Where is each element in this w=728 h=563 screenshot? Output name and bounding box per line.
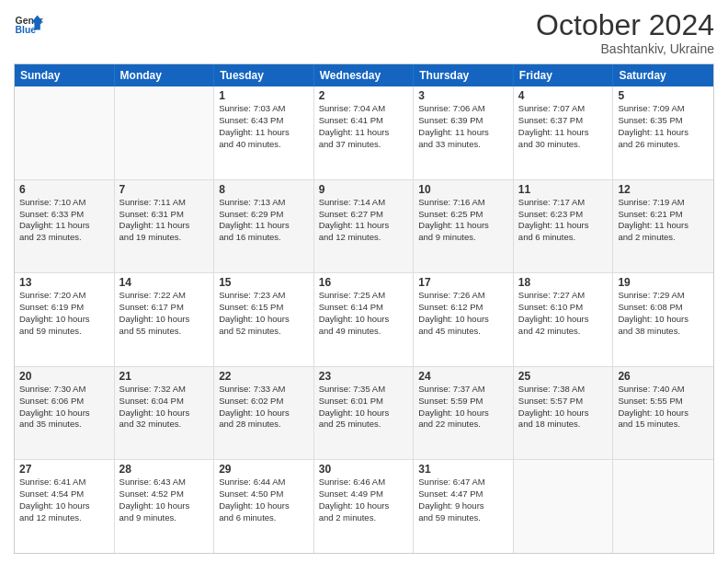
cell-line: Daylight: 10 hours <box>518 314 609 326</box>
cell-line: Daylight: 10 hours <box>618 314 709 326</box>
cell-line: Sunset: 5:59 PM <box>418 396 508 408</box>
calendar-cell: 17Sunrise: 7:26 AMSunset: 6:12 PMDayligh… <box>414 273 514 366</box>
cell-line: Sunrise: 7:22 AM <box>119 290 210 302</box>
header-day-saturday: Saturday <box>613 64 713 86</box>
cell-line: Sunset: 6:29 PM <box>219 209 309 221</box>
cell-line: and 42 minutes. <box>518 326 609 338</box>
day-number: 2 <box>319 89 409 102</box>
day-number: 1 <box>219 89 309 102</box>
calendar-row-5: 27Sunrise: 6:41 AMSunset: 4:54 PMDayligh… <box>15 459 713 553</box>
cell-line: Sunset: 4:52 PM <box>119 488 210 500</box>
cell-line: Sunset: 4:47 PM <box>418 488 508 500</box>
calendar-cell: 7Sunrise: 7:11 AMSunset: 6:31 PMDaylight… <box>115 180 215 273</box>
cell-line: Daylight: 11 hours <box>618 127 709 139</box>
calendar-body: 1Sunrise: 7:03 AMSunset: 6:43 PMDaylight… <box>15 86 713 553</box>
logo-icon: General Blue <box>14 9 43 39</box>
main-title: October 2024 <box>536 9 714 41</box>
cell-line: Sunrise: 7:26 AM <box>418 290 508 302</box>
calendar-cell <box>613 460 713 553</box>
cell-line: and 19 minutes. <box>119 232 210 244</box>
cell-line: Sunset: 6:10 PM <box>518 302 609 314</box>
calendar-cell: 14Sunrise: 7:22 AMSunset: 6:17 PMDayligh… <box>115 273 215 366</box>
cell-line: Sunset: 4:54 PM <box>19 488 109 500</box>
cell-line: Sunrise: 7:40 AM <box>618 384 709 396</box>
cell-line: and 35 minutes. <box>19 419 109 431</box>
calendar-cell: 3Sunrise: 7:06 AMSunset: 6:39 PMDaylight… <box>414 86 514 179</box>
cell-line: and 59 minutes. <box>19 326 109 338</box>
cell-line: Sunset: 6:43 PM <box>219 115 309 127</box>
cell-line: Sunset: 6:08 PM <box>618 302 709 314</box>
cell-line: and 22 minutes. <box>418 419 508 431</box>
cell-line: Sunrise: 7:37 AM <box>418 384 508 396</box>
cell-line: Sunset: 6:37 PM <box>518 115 609 127</box>
day-number: 13 <box>19 276 109 289</box>
calendar-cell: 31Sunrise: 6:47 AMSunset: 4:47 PMDayligh… <box>414 460 514 553</box>
page: General Blue October 2024 Bashtankiv, Uk… <box>0 0 728 563</box>
day-number: 17 <box>418 276 508 289</box>
cell-line: Daylight: 10 hours <box>319 408 409 419</box>
cell-line: Sunrise: 6:43 AM <box>119 477 210 488</box>
cell-line: Sunset: 6:14 PM <box>319 302 409 314</box>
day-number: 20 <box>19 370 109 383</box>
cell-line: Sunrise: 7:14 AM <box>319 197 409 209</box>
cell-line: Daylight: 11 hours <box>518 220 609 232</box>
cell-line: Sunrise: 7:32 AM <box>119 384 210 396</box>
calendar-cell: 10Sunrise: 7:16 AMSunset: 6:25 PMDayligh… <box>414 180 514 273</box>
day-number: 22 <box>219 370 309 383</box>
day-number: 19 <box>618 276 709 289</box>
cell-line: and 38 minutes. <box>618 326 709 338</box>
cell-line: Daylight: 11 hours <box>319 220 409 232</box>
cell-line: and 49 minutes. <box>319 326 409 338</box>
cell-line: Daylight: 10 hours <box>319 500 409 512</box>
cell-line: Daylight: 10 hours <box>119 314 210 326</box>
cell-line: and 6 minutes. <box>219 512 309 524</box>
calendar-cell: 9Sunrise: 7:14 AMSunset: 6:27 PMDaylight… <box>314 180 415 273</box>
cell-line: Daylight: 10 hours <box>319 314 409 326</box>
calendar-cell: 28Sunrise: 6:43 AMSunset: 4:52 PMDayligh… <box>115 460 215 553</box>
cell-line: Daylight: 11 hours <box>418 220 508 232</box>
day-number: 5 <box>618 89 709 102</box>
header-day-wednesday: Wednesday <box>314 64 415 86</box>
calendar-header: SundayMondayTuesdayWednesdayThursdayFrid… <box>15 64 713 86</box>
cell-line: Daylight: 10 hours <box>618 408 709 419</box>
cell-line: Sunset: 6:33 PM <box>19 209 109 221</box>
calendar: SundayMondayTuesdayWednesdayThursdayFrid… <box>14 63 714 554</box>
cell-line: Sunrise: 7:20 AM <box>19 290 109 302</box>
cell-line: Sunset: 6:27 PM <box>319 209 409 221</box>
day-number: 3 <box>418 89 508 102</box>
cell-line: Sunset: 4:49 PM <box>319 488 409 500</box>
cell-line: Sunset: 6:17 PM <box>119 302 210 314</box>
cell-line: and 12 minutes. <box>19 512 109 524</box>
cell-line: and 55 minutes. <box>119 326 210 338</box>
cell-line: Sunset: 6:41 PM <box>319 115 409 127</box>
logo: General Blue <box>14 9 43 39</box>
calendar-cell: 19Sunrise: 7:29 AMSunset: 6:08 PMDayligh… <box>613 273 713 366</box>
calendar-cell: 30Sunrise: 6:46 AMSunset: 4:49 PMDayligh… <box>314 460 415 553</box>
day-number: 7 <box>119 183 210 196</box>
cell-line: and 37 minutes. <box>319 139 409 151</box>
cell-line: Sunset: 6:15 PM <box>219 302 309 314</box>
cell-line: Daylight: 11 hours <box>418 127 508 139</box>
calendar-cell: 5Sunrise: 7:09 AMSunset: 6:35 PMDaylight… <box>613 86 713 179</box>
cell-line: Sunset: 6:06 PM <box>19 396 109 408</box>
cell-line: Daylight: 11 hours <box>518 127 609 139</box>
day-number: 26 <box>618 370 709 383</box>
cell-line: Sunrise: 7:13 AM <box>219 197 309 209</box>
day-number: 16 <box>319 276 409 289</box>
calendar-cell: 25Sunrise: 7:38 AMSunset: 5:57 PMDayligh… <box>514 367 614 460</box>
cell-line: Sunset: 6:25 PM <box>418 209 508 221</box>
day-number: 18 <box>518 276 609 289</box>
header-day-sunday: Sunday <box>15 64 115 86</box>
cell-line: Sunrise: 7:10 AM <box>19 197 109 209</box>
svg-text:Blue: Blue <box>16 25 37 35</box>
calendar-row-4: 20Sunrise: 7:30 AMSunset: 6:06 PMDayligh… <box>15 366 713 460</box>
header-day-tuesday: Tuesday <box>214 64 314 86</box>
cell-line: Sunset: 6:04 PM <box>119 396 210 408</box>
cell-line: Sunrise: 7:25 AM <box>319 290 409 302</box>
cell-line: and 12 minutes. <box>319 232 409 244</box>
calendar-cell: 21Sunrise: 7:32 AMSunset: 6:04 PMDayligh… <box>115 367 215 460</box>
cell-line: Sunset: 6:31 PM <box>119 209 210 221</box>
cell-line: Daylight: 10 hours <box>19 500 109 512</box>
cell-line: Sunrise: 7:07 AM <box>518 103 609 115</box>
calendar-cell: 20Sunrise: 7:30 AMSunset: 6:06 PMDayligh… <box>15 367 115 460</box>
